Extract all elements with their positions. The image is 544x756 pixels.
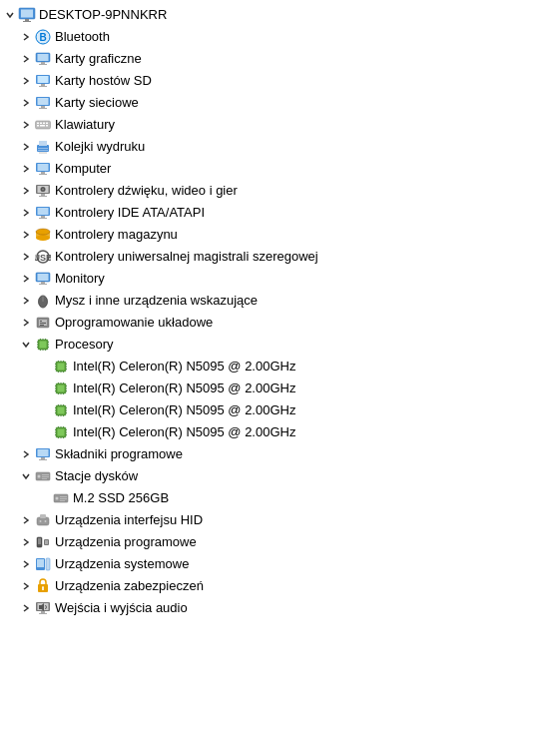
chevron-cpu[interactable] <box>18 337 34 353</box>
label-ide: Kontrolery IDE ATA/ATAPI <box>55 202 205 224</box>
tree-item-computer[interactable]: Komputer <box>0 158 544 180</box>
chevron-cpu3[interactable] <box>36 402 52 418</box>
tree-item-firmware[interactable]: Oprogramowanie układowe <box>0 312 544 334</box>
tree-item-monitors[interactable]: Monitory <box>0 268 544 290</box>
chevron-ide[interactable] <box>18 205 34 221</box>
svg-rect-24 <box>37 125 39 127</box>
icon-firmware <box>34 314 52 332</box>
svg-rect-149 <box>40 514 46 518</box>
svg-rect-147 <box>60 500 65 501</box>
tree-item-storage[interactable]: Kontrolery magazynu <box>0 224 544 246</box>
svg-rect-165 <box>39 613 47 614</box>
chevron-diskdrives[interactable] <box>18 468 34 484</box>
svg-rect-3 <box>23 21 31 22</box>
tree-item-softcomp[interactable]: Składniki programowe <box>0 443 544 465</box>
chevron-ssd[interactable] <box>36 490 52 506</box>
tree-item-keyboard[interactable]: Klawiatury <box>0 114 544 136</box>
svg-point-48 <box>36 235 50 241</box>
label-network: Karty sieciowe <box>55 92 139 114</box>
tree-item-diskdrives[interactable]: Stacje dysków <box>0 465 544 487</box>
label-diskdrives: Stacje dysków <box>55 465 138 487</box>
tree-item-usb[interactable]: USB Kontrolery uniwersalnej magistrali s… <box>0 246 544 268</box>
label-firmware: Oprogramowanie układowe <box>55 312 213 334</box>
device-manager-tree: DESKTOP-9PNNKRR B Bluetooth Karty grafic… <box>0 0 544 623</box>
label-ssd: M.2 SSD 256GB <box>73 487 169 509</box>
tree-item-network[interactable]: Karty sieciowe <box>0 92 544 114</box>
svg-rect-145 <box>60 496 67 497</box>
svg-rect-141 <box>42 476 49 477</box>
chevron-cpu4[interactable] <box>36 424 52 440</box>
svg-text:B: B <box>39 32 46 43</box>
chevron-cpu2[interactable] <box>36 380 52 396</box>
chevron-bluetooth[interactable] <box>18 29 34 45</box>
svg-rect-140 <box>42 474 49 475</box>
tree-item-hid[interactable]: Urządzenia interfejsu HID <box>0 509 544 531</box>
tree-item-ide[interactable]: Kontrolery IDE ATA/ATAPI <box>0 202 544 224</box>
label-keyboard: Klawiatury <box>55 114 115 136</box>
tree-item-cpu3[interactable]: Intel(R) Celeron(R) N5095 @ 2.00GHz <box>0 399 544 421</box>
tree-item-audio[interactable]: Wejścia i wyjścia audio <box>0 597 544 619</box>
tree-item-sound[interactable]: Kontrolery dźwięku, wideo i gier <box>0 180 544 202</box>
chevron-storage[interactable] <box>18 227 34 243</box>
svg-point-151 <box>45 520 47 522</box>
tree-root[interactable]: DESKTOP-9PNNKRR <box>0 4 544 26</box>
chevron-cpu1[interactable] <box>36 359 52 375</box>
tree-item-mouse[interactable]: Mysz i inne urządzenia wskazujące <box>0 290 544 312</box>
tree-item-security[interactable]: Urządzenia zabezpieczeń <box>0 575 544 597</box>
tree-item-sysdev[interactable]: Urządzenia systemowe <box>0 553 544 575</box>
chevron-sysdev[interactable] <box>18 556 34 572</box>
tree-item-cpu2[interactable]: Intel(R) Celeron(R) N5095 @ 2.00GHz <box>0 378 544 399</box>
chevron-softcomp[interactable] <box>18 446 34 462</box>
chevron-hid[interactable] <box>18 512 34 528</box>
tree-item-cpu1[interactable]: Intel(R) Celeron(R) N5095 @ 2.00GHz <box>0 356 544 378</box>
tree-item-cpu4[interactable]: Intel(R) Celeron(R) N5095 @ 2.00GHz <box>0 421 544 443</box>
chevron-monitors[interactable] <box>18 271 34 287</box>
svg-rect-142 <box>42 478 47 479</box>
chevron-security[interactable] <box>18 578 34 594</box>
chevron-firmware[interactable] <box>18 315 34 331</box>
chevron-network[interactable] <box>18 95 34 111</box>
tree-item-progdev[interactable]: Urządzenia programowe <box>0 531 544 553</box>
tree-item-bluetooth[interactable]: B Bluetooth <box>0 26 544 48</box>
root-icon <box>18 6 36 24</box>
chevron-usb[interactable] <box>18 249 34 265</box>
svg-rect-21 <box>40 123 42 125</box>
icon-sdhost <box>34 72 52 90</box>
svg-rect-30 <box>38 150 48 151</box>
icon-cpu3 <box>52 401 70 419</box>
chevron-audio[interactable] <box>18 600 34 616</box>
label-cpu: Procesory <box>55 334 114 356</box>
tree-item-printer[interactable]: Kolejki wydruku <box>0 136 544 158</box>
svg-rect-23 <box>46 123 48 125</box>
chevron-keyboard[interactable] <box>18 117 34 133</box>
svg-rect-2 <box>25 19 29 21</box>
svg-rect-157 <box>37 559 44 567</box>
chevron-printer[interactable] <box>18 139 34 155</box>
icon-gpu <box>34 50 52 68</box>
chevron-sound[interactable] <box>18 183 34 199</box>
tree-item-cpu[interactable]: Procesory <box>0 334 544 356</box>
icon-cpu2 <box>52 379 70 397</box>
tree-item-sdhost[interactable]: Karty hostów SD <box>0 70 544 92</box>
svg-rect-31 <box>39 152 47 154</box>
tree-item-ssd[interactable]: M.2 SSD 256GB <box>0 487 544 509</box>
chevron-computer[interactable] <box>18 161 34 177</box>
icon-storage <box>34 226 52 244</box>
svg-rect-39 <box>39 196 47 197</box>
chevron-gpu[interactable] <box>18 51 34 67</box>
icon-audio <box>34 599 52 617</box>
svg-rect-38 <box>41 194 45 196</box>
chevron-sdhost[interactable] <box>18 73 34 89</box>
svg-rect-62 <box>40 323 46 324</box>
chevron-progdev[interactable] <box>18 534 34 550</box>
svg-rect-8 <box>38 54 49 61</box>
icon-diskdrives <box>34 467 52 485</box>
chevron-mouse[interactable] <box>18 293 34 309</box>
svg-rect-14 <box>39 86 47 87</box>
svg-rect-44 <box>41 216 45 218</box>
icon-ide <box>34 204 52 222</box>
label-bluetooth: Bluetooth <box>55 26 110 48</box>
label-progdev: Urządzenia programowe <box>55 531 197 553</box>
tree-item-gpu[interactable]: Karty graficzne <box>0 48 544 70</box>
svg-rect-158 <box>46 558 50 570</box>
